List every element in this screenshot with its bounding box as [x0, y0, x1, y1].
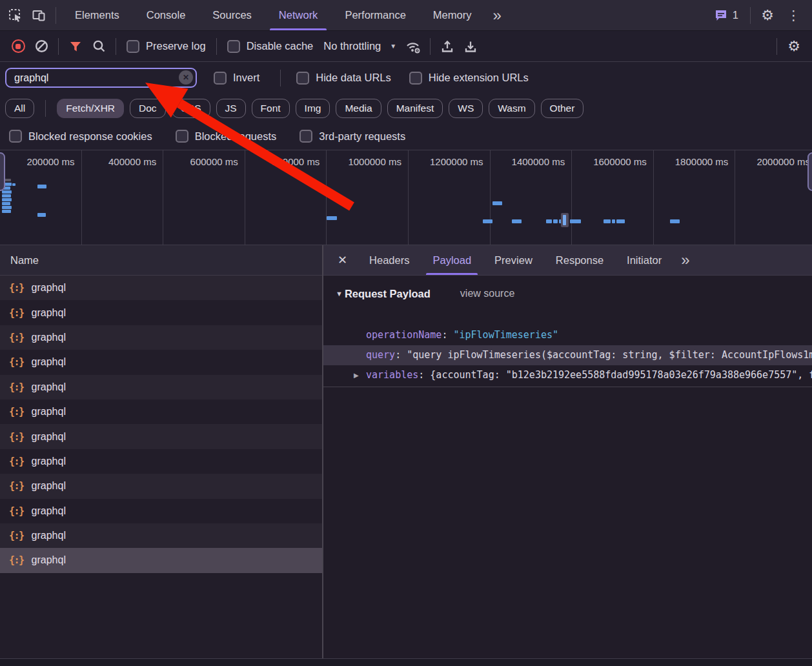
export-har-icon[interactable]	[459, 35, 482, 58]
throttling-select[interactable]: No throttling ▼	[318, 40, 401, 52]
timeline-left-grip[interactable]	[0, 152, 5, 191]
close-icon[interactable]: ✕	[327, 253, 358, 267]
chip-divider	[45, 100, 46, 117]
detail-tab-strip: ✕ HeadersPayloadPreviewResponseInitiator…	[323, 245, 812, 276]
network-conditions-icon[interactable]	[401, 35, 425, 58]
triangle-right-icon: ▶	[354, 365, 359, 385]
request-name: graphql	[32, 431, 66, 443]
xhr-braces-icon: {:}	[9, 356, 24, 368]
filter-chip-other[interactable]: Other	[541, 99, 584, 118]
network-request-row[interactable]: {:}graphql	[0, 325, 322, 350]
filter-chip-wasm[interactable]: Wasm	[489, 99, 534, 118]
blocked-requests-label: Blocked requests	[195, 130, 277, 143]
json-separator: :	[418, 369, 430, 381]
invert-checkbox[interactable]	[214, 72, 227, 85]
json-separator: :	[442, 329, 453, 341]
blocked-response-cookies-checkbox[interactable]	[9, 130, 22, 143]
network-request-row[interactable]: {:}graphql	[0, 424, 322, 449]
more-options-kebab-icon[interactable]: ⋮	[779, 8, 808, 23]
request-timing-bar	[2, 202, 10, 205]
name-column-header[interactable]: Name	[0, 245, 322, 276]
extra-filter-blocked-response-cookies[interactable]: Blocked response cookies	[9, 130, 152, 143]
tab-sources[interactable]: Sources	[199, 0, 265, 30]
clear-filter-icon[interactable]: ✕	[179, 70, 193, 85]
network-request-row[interactable]: {:}graphql	[0, 523, 322, 548]
settings-gear-icon[interactable]: ⚙	[756, 4, 779, 27]
blocked-response-cookies-label: Blocked response cookies	[28, 130, 152, 143]
filter-chip-css[interactable]: CSS	[172, 99, 210, 118]
disable-cache-checkbox[interactable]	[227, 40, 240, 53]
filter-chip-js[interactable]: JS	[216, 99, 246, 118]
xhr-braces-icon: {:}	[9, 332, 24, 343]
network-request-row[interactable]: {:}graphql	[0, 375, 322, 399]
detail-tab-response[interactable]: Response	[544, 245, 615, 275]
request-timing-bar	[492, 201, 502, 205]
payload-preview-line[interactable]: ▼ {operationName: "ipFlowTimeseries", va…	[323, 305, 812, 325]
view-source-link[interactable]: view source	[460, 288, 514, 299]
timeline-tick-label: 1200000 ms	[409, 150, 491, 245]
network-settings-gear-icon[interactable]: ⚙	[782, 35, 806, 58]
search-icon[interactable]	[87, 35, 110, 58]
filter-chip-media[interactable]: Media	[336, 99, 381, 118]
filter-chip-all[interactable]: All	[5, 99, 34, 118]
request-type-filter-row: AllFetch/XHRDocCSSJSFontImgMediaManifest…	[0, 94, 812, 123]
json-value: "query ipFlowTimeseries($accountTag: str…	[407, 349, 812, 361]
filter-chip-img[interactable]: Img	[296, 99, 330, 118]
blocked-requests-checkbox[interactable]	[176, 130, 188, 143]
3rd-party-requests-checkbox[interactable]	[299, 130, 312, 143]
network-request-row[interactable]: {:}graphql	[0, 499, 322, 523]
filter-chip-font[interactable]: Font	[252, 99, 290, 118]
invert-label: Invert	[233, 72, 259, 84]
import-har-icon[interactable]	[436, 35, 459, 58]
tab-console[interactable]: Console	[133, 0, 199, 30]
request-name: graphql	[32, 356, 66, 368]
payload-entry-operationname[interactable]: operationName: "ipFlowTimeseries"	[323, 325, 812, 345]
inspect-element-icon[interactable]	[4, 4, 27, 27]
hide-extension-urls-label: Hide extension URLs	[429, 72, 529, 84]
record-network-log-button[interactable]	[6, 35, 30, 58]
tab-elements[interactable]: Elements	[61, 0, 133, 30]
tab-memory[interactable]: Memory	[420, 0, 485, 30]
tab-performance[interactable]: Performance	[331, 0, 419, 30]
network-filter-row: ✕ Invert Hide data URLs Hide extension U…	[0, 62, 812, 94]
toolbar-divider	[216, 38, 217, 55]
preserve-log-checkbox[interactable]	[127, 40, 139, 53]
device-toolbar-icon[interactable]	[27, 4, 50, 27]
request-name: graphql	[32, 530, 66, 541]
filter-chip-ws[interactable]: WS	[449, 99, 483, 118]
network-overview-timeline[interactable]: 200000 ms400000 ms600000 ms800000 ms1000…	[0, 150, 812, 245]
network-request-row[interactable]: {:}graphql	[0, 474, 322, 498]
timeline-right-grip[interactable]	[807, 152, 812, 191]
hide-data-urls-checkbox[interactable]	[296, 72, 309, 85]
more-detail-tabs-icon[interactable]: »	[673, 252, 697, 268]
request-payload-section-header[interactable]: ▼ Request Payload	[336, 288, 431, 300]
payload-entry-variables[interactable]: ▶variables: {accountTag: "b12e3b2192ee55…	[323, 365, 812, 385]
network-request-row[interactable]: {:}graphql	[0, 548, 322, 572]
tab-network[interactable]: Network	[265, 0, 332, 30]
clear-network-log-icon[interactable]	[30, 35, 53, 58]
detail-tab-headers[interactable]: Headers	[358, 245, 421, 275]
network-request-row[interactable]: {:}graphql	[0, 449, 322, 474]
window-bottom-edge	[0, 658, 812, 666]
detail-tab-payload[interactable]: Payload	[421, 245, 483, 275]
more-panels-icon[interactable]: »	[485, 8, 509, 23]
extra-filter-blocked-requests[interactable]: Blocked requests	[176, 130, 277, 143]
request-timing-bar	[327, 216, 337, 220]
payload-entry-query[interactable]: query: "query ipFlowTimeseries($accountT…	[323, 345, 812, 365]
network-request-row[interactable]: {:}graphql	[0, 300, 322, 325]
filter-chip-manifest[interactable]: Manifest	[387, 99, 443, 118]
detail-tab-initiator[interactable]: Initiator	[615, 245, 673, 275]
network-request-row[interactable]: {:}graphql	[0, 399, 322, 424]
filter-input[interactable]	[5, 68, 197, 88]
filter-funnel-icon[interactable]	[64, 35, 87, 58]
extra-filter-3rd-party-requests[interactable]: 3rd-party requests	[299, 130, 405, 143]
network-request-row[interactable]: {:}graphql	[0, 276, 322, 300]
console-messages-button[interactable]: 1	[707, 8, 745, 23]
detail-tab-preview[interactable]: Preview	[483, 245, 544, 275]
network-request-row[interactable]: {:}graphql	[0, 350, 322, 374]
hide-extension-urls-checkbox[interactable]	[409, 72, 422, 85]
filter-chip-doc[interactable]: Doc	[130, 99, 166, 118]
xhr-braces-icon: {:}	[9, 456, 24, 467]
filter-chip-fetch-xhr[interactable]: Fetch/XHR	[57, 99, 124, 118]
request-name: graphql	[32, 332, 66, 343]
